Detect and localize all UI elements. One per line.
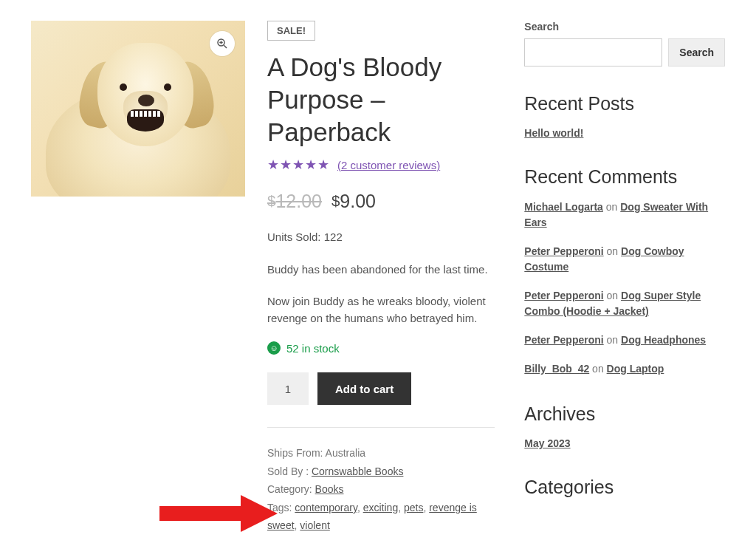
divider <box>267 427 495 428</box>
quantity-input[interactable] <box>267 372 309 405</box>
archives-widget: Archives May 2023 <box>524 403 725 450</box>
recent-posts-widget: Recent Posts Hello world! <box>524 93 725 140</box>
tag-link[interactable]: contemporary <box>295 502 357 513</box>
recent-comment-item: Peter Pepperoni on Dog Super Style Combo… <box>524 288 725 319</box>
vendor-link[interactable]: Cornswabble Books <box>312 465 404 477</box>
sidebar: Search Search Recent Posts Hello world! … <box>524 21 725 535</box>
units-sold: Units Sold: 122 <box>267 228 495 245</box>
tag-link[interactable]: exciting <box>363 502 398 513</box>
recent-comment-item: Billy_Bob_42 on Dog Laptop <box>524 361 725 377</box>
recent-post-link[interactable]: Hello world! <box>524 127 583 139</box>
add-to-cart-row: Add to cart <box>267 372 495 405</box>
tag-link[interactable]: violent <box>300 519 329 531</box>
product-meta: Ships From: Australia Sold By : Cornswab… <box>267 444 495 535</box>
recent-posts-title: Recent Posts <box>524 93 725 115</box>
product-description: Buddy has been abandoned for the last ti… <box>267 261 495 327</box>
recent-comments-title: Recent Comments <box>524 166 725 188</box>
zoom-icon[interactable] <box>210 31 235 56</box>
comment-author-link[interactable]: Peter Pepperoni <box>524 245 603 257</box>
comment-post-link[interactable]: Dog Headphones <box>621 334 706 346</box>
add-to-cart-button[interactable]: Add to cart <box>317 372 411 405</box>
comment-post-link[interactable]: Dog Laptop <box>607 363 664 375</box>
tag-link[interactable]: pets <box>404 502 423 513</box>
star-rating-icon: ★★★★★ <box>267 157 330 173</box>
comment-on-text: on <box>603 201 620 213</box>
description-paragraph: Buddy has been abandoned for the last ti… <box>267 261 495 278</box>
tags-row: Tags: contemporary, exciting, pets, reve… <box>267 499 495 535</box>
description-paragraph: Now join Buddy as he wreaks bloody, viol… <box>267 293 495 327</box>
product-title: A Dog's Bloody Purpose – Paperback <box>267 51 495 148</box>
stock-text: 52 in stock <box>286 342 340 355</box>
product-image-column <box>31 21 245 535</box>
ships-from: Ships From: Australia <box>267 444 495 463</box>
sold-by: Sold By : Cornswabble Books <box>267 463 495 481</box>
comment-on-text: on <box>604 245 621 257</box>
recent-comment-item: Peter Pepperoni on Dog Headphones <box>524 332 725 348</box>
old-price: $12.00 <box>267 191 322 211</box>
comment-author-link[interactable]: Peter Pepperoni <box>524 334 603 346</box>
rating-row: ★★★★★ (2 customer reviews) <box>267 157 495 173</box>
smiley-icon: ☺ <box>267 341 281 355</box>
stock-status: ☺ 52 in stock <box>267 341 495 355</box>
search-label: Search <box>524 21 725 33</box>
comment-author-link[interactable]: Peter Pepperoni <box>524 290 603 301</box>
search-widget: Search Search <box>524 21 725 66</box>
product-summary: SALE! A Dog's Bloody Purpose – Paperback… <box>267 21 502 535</box>
archive-link[interactable]: May 2023 <box>524 437 570 449</box>
sale-price: $9.00 <box>331 191 376 211</box>
recent-comment-item: Peter Pepperoni on Dog Cowboy Costume <box>524 244 725 275</box>
price: $12.00 $9.00 <box>267 191 495 212</box>
recent-comment-item: Michael Logarta on Dog Sweater With Ears <box>524 199 725 231</box>
categories-widget: Categories <box>524 477 725 498</box>
reviews-link[interactable]: (2 customer reviews) <box>337 159 440 171</box>
comment-author-link[interactable]: Michael Logarta <box>524 201 603 213</box>
comment-on-text: on <box>604 334 621 346</box>
category-link[interactable]: Books <box>315 483 344 495</box>
recent-comments-widget: Recent Comments Michael Logarta on Dog S… <box>524 166 725 377</box>
categories-title: Categories <box>524 477 725 498</box>
comment-author-link[interactable]: Billy_Bob_42 <box>524 363 589 375</box>
category: Category: Books <box>267 480 495 499</box>
product-image[interactable] <box>31 21 245 197</box>
svg-line-1 <box>224 45 227 48</box>
search-button[interactable]: Search <box>668 38 725 66</box>
sale-badge: SALE! <box>267 21 315 41</box>
comment-on-text: on <box>604 290 621 301</box>
archives-title: Archives <box>524 403 725 425</box>
search-input[interactable] <box>524 38 662 66</box>
comment-on-text: on <box>589 363 606 375</box>
